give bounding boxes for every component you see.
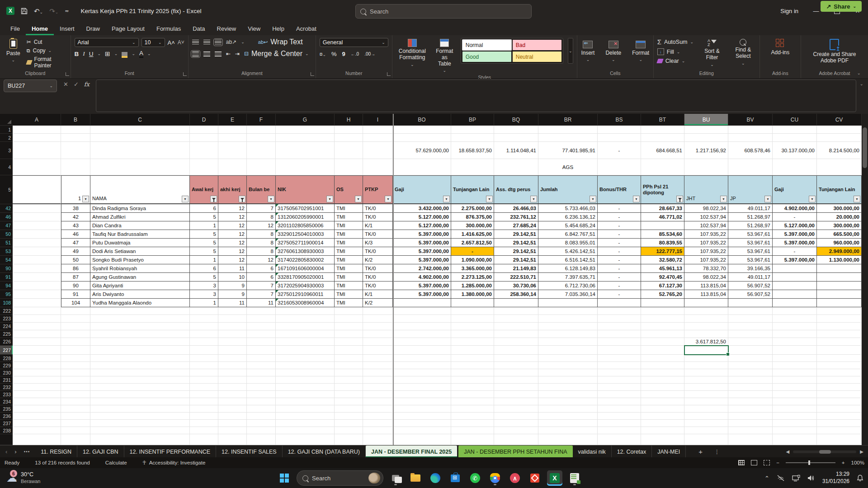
column-header-BV[interactable]: BV bbox=[728, 114, 773, 126]
cell[interactable] bbox=[90, 384, 190, 391]
underline-caret[interactable]: ⌄ bbox=[98, 52, 101, 56]
cell[interactable] bbox=[363, 355, 393, 362]
cell-awal[interactable]: 5 bbox=[190, 213, 218, 221]
name-box[interactable]: BU227⌄ bbox=[4, 80, 57, 92]
cell[interactable] bbox=[190, 142, 218, 159]
cell[interactable] bbox=[61, 376, 90, 384]
cell[interactable] bbox=[451, 323, 494, 330]
cell[interactable] bbox=[728, 330, 773, 338]
cell-bulan[interactable]: 7 bbox=[247, 204, 276, 213]
zoom-level[interactable]: 100% bbox=[851, 460, 864, 465]
row-header-224[interactable]: 224 bbox=[0, 323, 13, 330]
cell[interactable] bbox=[773, 413, 817, 420]
cell[interactable] bbox=[684, 369, 728, 376]
cell-value[interactable]: - bbox=[598, 213, 641, 221]
cell-value[interactable]: 98.022,34 bbox=[684, 204, 728, 213]
excel-logo-icon[interactable]: X bbox=[6, 7, 14, 15]
cell[interactable] bbox=[13, 290, 61, 299]
decrease-indent-icon[interactable]: ⇤ bbox=[226, 51, 231, 57]
row-header-228[interactable]: 228 bbox=[0, 355, 13, 362]
cell-value[interactable]: 5.397.000,00 bbox=[393, 230, 451, 239]
cell[interactable] bbox=[538, 398, 598, 405]
cell[interactable] bbox=[190, 391, 218, 398]
table-header-pph-psl-21-dipotong[interactable]: PPh Psl 21 dipotong bbox=[641, 175, 684, 204]
cell[interactable] bbox=[728, 413, 773, 420]
column-header-G[interactable]: G bbox=[276, 114, 335, 126]
cell[interactable] bbox=[247, 434, 276, 445]
cell[interactable] bbox=[363, 159, 393, 175]
cell[interactable] bbox=[773, 434, 817, 445]
horizontal-scrollbar[interactable]: ◀ ▶ bbox=[786, 446, 863, 458]
cell[interactable] bbox=[218, 427, 247, 434]
cell-value[interactable] bbox=[728, 299, 773, 307]
create-share-pdf-button[interactable]: Create and Share Adobe PDF bbox=[805, 38, 864, 65]
cell[interactable] bbox=[684, 376, 728, 384]
cell[interactable] bbox=[393, 126, 451, 134]
filter-button[interactable]: ▼ bbox=[486, 196, 493, 202]
cell-value[interactable]: 3.432.000,00 bbox=[393, 204, 451, 213]
table-header-nama[interactable]: NAMA▼ bbox=[90, 175, 190, 204]
cell-no[interactable]: 87 bbox=[61, 273, 90, 282]
cell[interactable] bbox=[817, 330, 862, 338]
cell[interactable] bbox=[494, 330, 538, 338]
cell[interactable] bbox=[494, 307, 538, 315]
cell-akhir[interactable]: 12 bbox=[218, 230, 247, 239]
sheet-next-icon[interactable]: › bbox=[14, 448, 16, 455]
cell-no[interactable]: 104 bbox=[61, 299, 90, 307]
share-button[interactable]: ↗Share⌄ bbox=[821, 1, 862, 12]
cell[interactable] bbox=[61, 323, 90, 330]
cell[interactable] bbox=[538, 323, 598, 330]
cell[interactable] bbox=[13, 384, 61, 391]
cell-no[interactable]: 46 bbox=[61, 230, 90, 239]
row-header-54[interactable]: 54 bbox=[0, 256, 13, 264]
cell[interactable] bbox=[247, 338, 276, 346]
cell-value[interactable]: 6.236.136,12 bbox=[538, 213, 598, 221]
excel-taskbar-button[interactable]: X bbox=[547, 470, 562, 486]
cell[interactable] bbox=[538, 362, 598, 369]
cell[interactable] bbox=[393, 434, 451, 445]
cell[interactable] bbox=[393, 355, 451, 362]
cell-value[interactable]: 1.130.000,00 bbox=[817, 256, 862, 264]
font-color-icon[interactable]: A bbox=[139, 50, 143, 58]
cell-no[interactable]: 91 bbox=[61, 290, 90, 299]
cell[interactable] bbox=[598, 369, 641, 376]
cell-total[interactable]: - bbox=[598, 142, 641, 159]
cell[interactable] bbox=[247, 323, 276, 330]
clipboard-dialog-launcher[interactable] bbox=[66, 72, 69, 76]
row-header-108[interactable]: 108 bbox=[0, 299, 13, 307]
cell[interactable] bbox=[90, 134, 190, 142]
cell[interactable] bbox=[190, 362, 218, 369]
cell[interactable] bbox=[773, 346, 817, 355]
notification-bell-icon[interactable] bbox=[857, 474, 863, 482]
cell[interactable] bbox=[276, 134, 335, 142]
cell[interactable] bbox=[335, 142, 363, 159]
clock[interactable]: 13:29 31/01/2026 bbox=[822, 471, 849, 485]
cell-value[interactable]: 29.142,51 bbox=[494, 256, 538, 264]
cell-bulan[interactable]: 8 bbox=[247, 239, 276, 247]
red-circle-app-button[interactable]: ∧ bbox=[507, 470, 523, 486]
cell-no[interactable]: 86 bbox=[61, 264, 90, 273]
format-painter-button[interactable]: Format Painter bbox=[27, 56, 67, 69]
cell[interactable] bbox=[728, 126, 773, 134]
cell[interactable] bbox=[276, 398, 335, 405]
insert-function-icon[interactable]: fx bbox=[84, 81, 90, 88]
cell[interactable] bbox=[13, 247, 61, 256]
cell[interactable] bbox=[817, 369, 862, 376]
cell[interactable] bbox=[190, 398, 218, 405]
cell[interactable] bbox=[494, 384, 538, 391]
font-family-select[interactable]: Arial⌄ bbox=[75, 38, 139, 47]
cell[interactable] bbox=[13, 159, 61, 175]
cell[interactable] bbox=[684, 405, 728, 413]
cell[interactable] bbox=[598, 355, 641, 362]
cell-nik[interactable]: 1671091606000004 bbox=[276, 264, 335, 273]
cell[interactable] bbox=[817, 346, 862, 355]
cell[interactable] bbox=[90, 434, 190, 445]
cell[interactable] bbox=[494, 159, 538, 175]
cell-total[interactable]: 57.629.000,00 bbox=[393, 142, 451, 159]
sheet-prev-icon[interactable]: ‹ bbox=[5, 448, 7, 455]
accounting-format-icon[interactable]: ¤⌄ bbox=[320, 51, 326, 57]
cell[interactable] bbox=[276, 323, 335, 330]
cell[interactable] bbox=[451, 391, 494, 398]
cell[interactable] bbox=[335, 307, 363, 315]
cell[interactable] bbox=[773, 307, 817, 315]
